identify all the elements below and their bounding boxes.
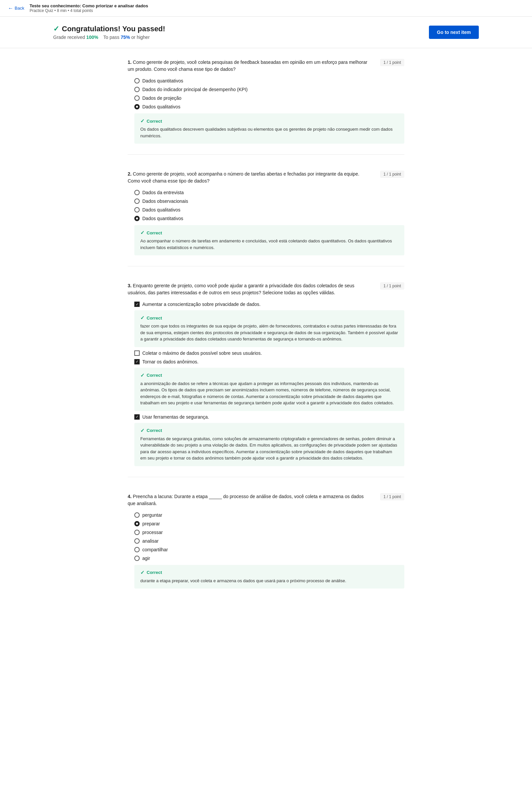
main-content: 1. Como gerente de projeto, você coleta … xyxy=(120,48,412,620)
congrats-banner: ✓ Congratulations! You passed! Grade rec… xyxy=(0,17,532,48)
checkbox-label-3-2: Coletar o máximo de dados possível sobre… xyxy=(142,350,262,356)
question-header-4: 4. Preencha a lacuna: Durante a etapa __… xyxy=(128,493,404,507)
option-label-2-4: Dados quantitativos xyxy=(142,216,183,221)
feedback-header-cbfb-3-4: ✓Correct xyxy=(140,428,398,434)
back-arrow-icon: ← xyxy=(8,5,13,11)
feedback-check-icon-cbfb-3-4: ✓ xyxy=(140,428,145,434)
checkbox-row-3-2[interactable]: Coletar o máximo de dados possível sobre… xyxy=(134,350,404,356)
feedback-label-cbfb-3-3: Correct xyxy=(147,373,162,378)
option-label-4-5: compartilhar xyxy=(142,547,168,552)
feedback-box-cbfb-3-1: ✓Correctfazer com que todos os integrant… xyxy=(134,310,404,347)
question-header-2: 2. Como gerente de projeto, você acompan… xyxy=(128,171,404,185)
option-item-4-6[interactable]: agir xyxy=(134,556,404,561)
feedback-check-icon-fb-1-1: ✓ xyxy=(140,118,145,124)
feedback-text-cbfb-3-1: fazer com que todos os integrantes de su… xyxy=(140,323,398,343)
option-item-1-3[interactable]: Dados de projeção xyxy=(134,95,404,101)
feedback-header-fb-4-1: ✓Correct xyxy=(140,570,398,576)
course-info: Teste seu conhecimento: Como priorizar e… xyxy=(30,3,148,13)
feedback-box-fb-4-1: ✓Correctdurante a etapa preparar, você c… xyxy=(134,565,404,589)
back-label: Back xyxy=(15,6,24,11)
option-item-4-3[interactable]: processar xyxy=(134,530,404,535)
option-item-1-2[interactable]: Dados do indicador principal de desempen… xyxy=(134,87,404,92)
pass-suffix: or higher xyxy=(131,35,150,40)
feedback-check-icon-fb-4-1: ✓ xyxy=(140,570,145,576)
radio-circle-2-2 xyxy=(134,198,140,204)
feedback-header-fb-1-1: ✓Correct xyxy=(140,118,398,124)
feedback-label-fb-1-1: Correct xyxy=(147,119,162,124)
option-label-4-4: analisar xyxy=(142,538,158,544)
checkbox-box-3-2 xyxy=(134,350,140,356)
question-text-2: 2. Como gerente de projeto, você acompan… xyxy=(128,171,372,185)
feedback-text-fb-2-1: Ao acompanhar o número de tarefas em and… xyxy=(140,238,398,251)
options-list-4: perguntarprepararprocessaranalisarcompar… xyxy=(134,512,404,561)
feedback-text-fb-4-1: durante a etapa preparar, você coleta e … xyxy=(140,578,398,584)
back-button[interactable]: ← Back xyxy=(8,5,24,11)
checkbox-item-3-3: ✓Tornar os dados anônimos.✓Correcta anon… xyxy=(134,359,404,411)
checkbox-item-3-1: ✓Aumentar a conscientização sobre privac… xyxy=(134,302,404,347)
option-item-4-1[interactable]: perguntar xyxy=(134,512,404,518)
option-label-1-3: Dados de projeção xyxy=(142,95,182,101)
radio-circle-2-3 xyxy=(134,207,140,212)
radio-circle-2-1 xyxy=(134,190,140,195)
checkbox-box-3-4: ✓ xyxy=(134,414,140,420)
feedback-text-fb-1-1: Os dados qualitativos descrevem qualidad… xyxy=(140,126,398,139)
question-number-1: 1. xyxy=(128,59,133,65)
question-text-1: 1. Como gerente de projeto, você coleta … xyxy=(128,59,372,73)
feedback-box-cbfb-3-3: ✓Correcta anonimização de dados se refer… xyxy=(134,368,404,411)
feedback-box-fb-1-1: ✓CorrectOs dados qualitativos descrevem … xyxy=(134,113,404,143)
feedback-check-icon-fb-2-1: ✓ xyxy=(140,230,145,236)
radio-circle-1-3 xyxy=(134,95,140,101)
checkbox-label-3-3: Tornar os dados anônimos. xyxy=(142,359,198,364)
question-number-2: 2. xyxy=(128,171,133,176)
option-item-2-2[interactable]: Dados observacionais xyxy=(134,198,404,204)
question-number-3: 3. xyxy=(128,283,133,288)
checkbox-item-3-4: ✓Usar ferramentas de segurança.✓CorrectF… xyxy=(134,414,404,466)
option-label-1-1: Dados quantitativos xyxy=(142,78,183,83)
option-item-4-5[interactable]: compartilhar xyxy=(134,547,404,552)
option-item-2-3[interactable]: Dados qualitativos xyxy=(134,207,404,212)
radio-circle-4-2 xyxy=(134,521,140,526)
congrats-left: ✓ Congratulations! You passed! Grade rec… xyxy=(53,25,165,40)
option-item-1-1[interactable]: Dados quantitativos xyxy=(134,78,404,83)
radio-circle-4-3 xyxy=(134,530,140,535)
pass-label: To pass xyxy=(103,35,119,40)
grade-label: Grade received xyxy=(53,35,85,40)
option-label-2-1: Dados da entrevista xyxy=(142,190,184,195)
feedback-text-cbfb-3-3: a anonimização de dados se refere a técn… xyxy=(140,380,398,406)
feedback-header-cbfb-3-1: ✓Correct xyxy=(140,315,398,321)
congrats-check-icon: ✓ xyxy=(53,25,59,33)
radio-circle-1-2 xyxy=(134,87,140,92)
option-item-2-1[interactable]: Dados da entrevista xyxy=(134,190,404,195)
option-item-4-2[interactable]: preparar xyxy=(134,521,404,526)
checkbox-row-3-1[interactable]: ✓Aumentar a conscientização sobre privac… xyxy=(134,302,404,307)
radio-circle-2-4 xyxy=(134,216,140,221)
points-badge-2: 1 / 1 point xyxy=(380,171,404,178)
top-nav: ← Back Teste seu conhecimento: Como prio… xyxy=(0,0,532,17)
checkbox-row-3-3[interactable]: ✓Tornar os dados anônimos. xyxy=(134,359,404,364)
question-block-4: 4. Preencha a lacuna: Durante a etapa __… xyxy=(128,493,404,589)
question-text-4: 4. Preencha a lacuna: Durante a etapa __… xyxy=(128,493,372,507)
question-block-1: 1. Como gerente de projeto, você coleta … xyxy=(128,59,404,155)
option-label-4-3: processar xyxy=(142,530,163,535)
pass-value: 75% xyxy=(121,35,130,40)
feedback-text-cbfb-3-4: Ferramentas de segurança gratuitas, como… xyxy=(140,436,398,461)
points-badge-1: 1 / 1 point xyxy=(380,59,404,66)
option-item-1-4[interactable]: Dados qualitativos xyxy=(134,104,404,109)
feedback-label-cbfb-3-1: Correct xyxy=(147,315,162,321)
feedback-header-fb-2-1: ✓Correct xyxy=(140,230,398,236)
go-to-next-item-button[interactable]: Go to next item xyxy=(429,25,479,39)
congrats-title: ✓ Congratulations! You passed! xyxy=(53,25,165,33)
checkbox-item-3-2: Coletar o máximo de dados possível sobre… xyxy=(134,350,404,356)
question-block-3: 3. Enquanto gerente de projeto, como voc… xyxy=(128,282,404,477)
question-number-4: 4. xyxy=(128,494,133,499)
checkbox-row-3-4[interactable]: ✓Usar ferramentas de segurança. xyxy=(134,414,404,420)
options-list-2: Dados da entrevistaDados observacionaisD… xyxy=(134,190,404,221)
option-item-2-4[interactable]: Dados quantitativos xyxy=(134,216,404,221)
option-label-2-3: Dados qualitativos xyxy=(142,207,180,212)
radio-circle-4-5 xyxy=(134,547,140,552)
checkbox-box-3-1: ✓ xyxy=(134,302,140,307)
feedback-check-icon-cbfb-3-1: ✓ xyxy=(140,315,145,321)
course-title: Teste seu conhecimento: Como priorizar e… xyxy=(30,3,148,8)
option-item-4-4[interactable]: analisar xyxy=(134,538,404,544)
feedback-box-cbfb-3-4: ✓CorrectFerramentas de segurança gratuit… xyxy=(134,423,404,466)
